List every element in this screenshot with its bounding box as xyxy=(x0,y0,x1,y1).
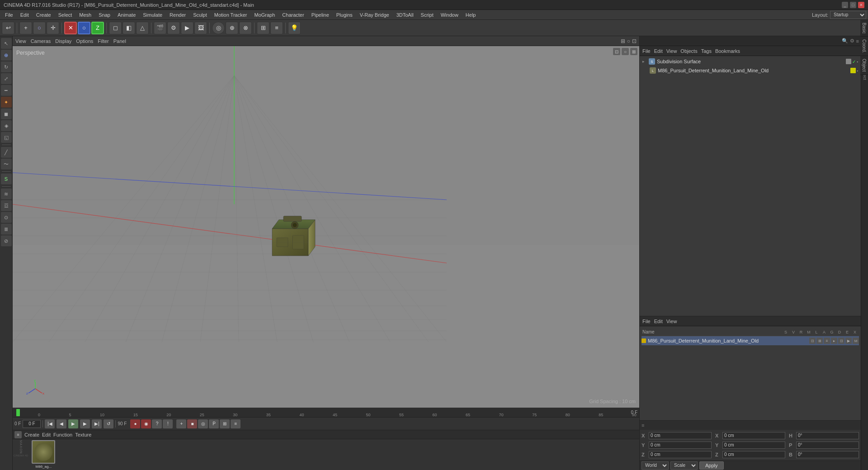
menu-file[interactable]: File xyxy=(2,11,16,19)
coord-x-input[interactable] xyxy=(649,432,712,439)
viewport-menu-view[interactable]: View xyxy=(15,38,26,44)
attr-icon-5[interactable]: ⊡ xyxy=(838,338,844,344)
menu-vray-bridge[interactable]: V-Ray Bridge xyxy=(357,11,392,19)
coord-b-input[interactable] xyxy=(796,451,859,458)
motion-button[interactable]: ! xyxy=(163,419,173,428)
menu-character[interactable]: Character xyxy=(279,11,307,19)
timeline-mode-2[interactable]: P xyxy=(209,419,219,428)
coord-z-input[interactable] xyxy=(649,451,712,458)
obj-menu-view[interactable]: View xyxy=(666,48,677,54)
coord-h-input[interactable] xyxy=(796,432,859,439)
tool-14[interactable]: ☲ xyxy=(1,200,12,211)
play-button[interactable]: ▶ xyxy=(68,419,78,428)
attr-icon-6[interactable]: ▶ xyxy=(845,338,852,344)
tool-10[interactable]: ╱ xyxy=(1,147,12,158)
new-object-button[interactable]: + xyxy=(19,22,32,34)
menu-snap[interactable]: Snap xyxy=(95,11,113,19)
mat-menu-edit[interactable]: Edit xyxy=(42,432,51,437)
tool-16[interactable]: ≣ xyxy=(1,224,12,235)
obj-menu-file[interactable]: File xyxy=(642,48,651,54)
viewport-icon-3[interactable]: ⊡ xyxy=(632,38,637,44)
menu-edit[interactable]: Edit xyxy=(17,11,32,19)
record-button[interactable]: ● xyxy=(130,419,140,428)
viewport-menu-options[interactable]: Options xyxy=(76,38,93,44)
snap-tool[interactable]: ⊕ xyxy=(226,22,238,34)
tool-13[interactable]: ≋ xyxy=(1,188,12,199)
search-icon[interactable]: 🔍 xyxy=(842,38,848,44)
tab-object[interactable]: Object xyxy=(860,56,868,75)
menu-script[interactable]: Script xyxy=(418,11,437,19)
attr-icon-7[interactable]: M xyxy=(853,338,859,344)
move-tool[interactable]: ◎ xyxy=(212,22,225,34)
tool-6[interactable]: ✦ xyxy=(1,97,12,108)
tool-select[interactable]: ↖ xyxy=(1,38,12,49)
attr-icon-2[interactable]: ⊞ xyxy=(816,338,823,344)
menu-motion-tracker[interactable]: Motion Tracker xyxy=(211,11,250,19)
tool-11[interactable]: 〜 xyxy=(1,159,12,169)
tool-rotate[interactable]: ↻ xyxy=(1,61,12,72)
texture-mode[interactable]: ◧ xyxy=(123,22,135,34)
viewport-icon-2[interactable]: ○ xyxy=(627,38,630,44)
light-tool[interactable]: 💡 xyxy=(288,22,301,34)
coord-z2-input[interactable] xyxy=(722,451,785,458)
menu-help[interactable]: Help xyxy=(462,11,479,19)
mat-menu-texture[interactable]: Texture xyxy=(75,432,91,437)
grid-tool[interactable]: ⊞ xyxy=(257,22,269,34)
undo-button[interactable]: ↩ xyxy=(2,22,14,34)
menu-animate[interactable]: Animate xyxy=(114,11,139,19)
layout-selector[interactable]: Startup xyxy=(830,11,866,19)
soft-select-tool[interactable]: ⊗ xyxy=(239,22,252,34)
viewport-menu-panel[interactable]: Panel xyxy=(113,38,126,44)
settings-icon[interactable]: ⚙ xyxy=(850,38,854,44)
key-button[interactable]: ? xyxy=(152,419,162,428)
obj-menu-edit[interactable]: Edit xyxy=(654,48,663,54)
attr-row-m86[interactable]: M86_Pursuit_Deterrent_Munition_Land_Mine… xyxy=(642,336,859,345)
timeline-tick-area[interactable]: 0 5 10 15 20 25 30 35 40 45 50 55 60 65 xyxy=(37,408,637,417)
viewport-menu-cameras[interactable]: Cameras xyxy=(31,38,51,44)
attr-menu-view[interactable]: View xyxy=(666,319,677,324)
tool-scale[interactable]: ⤢ xyxy=(1,73,12,84)
viewport-overlay-btn-3[interactable]: ⊞ xyxy=(630,48,637,55)
render-settings-button[interactable]: ⚙ xyxy=(167,22,180,34)
viewport-menu-display[interactable]: Display xyxy=(55,38,71,44)
tool-8[interactable]: ◈ xyxy=(1,120,12,131)
maximize-button[interactable]: □ xyxy=(850,2,856,8)
frame-input[interactable] xyxy=(23,420,41,428)
viewport-maximize-icon[interactable]: ⊞ xyxy=(621,38,625,44)
menu-mesh[interactable]: Mesh xyxy=(76,11,94,19)
scale-mode-dropdown[interactable]: Scale xyxy=(670,461,698,470)
menu-sculpt[interactable]: Sculpt xyxy=(190,11,210,19)
obj-menu-objects[interactable]: Objects xyxy=(680,48,697,54)
mat-menu-create[interactable]: Create xyxy=(24,432,39,437)
expand-icon[interactable]: ▸ xyxy=(642,59,647,64)
timeline-mode-1[interactable]: ◎ xyxy=(198,419,208,428)
circle-tool[interactable]: ○ xyxy=(33,22,46,34)
coord-system-dropdown[interactable]: World xyxy=(642,461,669,470)
menu-window[interactable]: Window xyxy=(438,11,462,19)
menu-plugins[interactable]: Plugins xyxy=(333,11,356,19)
material-item-0[interactable]: M86_ag... xyxy=(32,440,55,469)
tool-9[interactable]: ◱ xyxy=(1,132,12,143)
viewport[interactable]: Perspective ⊡ ○ ⊞ xyxy=(13,46,639,408)
render-picture-viewer[interactable]: 🖼 xyxy=(194,22,207,34)
obj-item-m86[interactable]: L M86_Pursuit_Deterrent_Munition_Land_Mi… xyxy=(641,66,860,75)
model-mode[interactable]: ◻ xyxy=(109,22,122,34)
coord-y-input[interactable] xyxy=(649,442,712,449)
layer-tool[interactable]: ≡ xyxy=(270,22,283,34)
attr-menu-edit[interactable]: Edit xyxy=(654,319,663,324)
tool-15[interactable]: ⊙ xyxy=(1,212,12,223)
plus-tool[interactable]: ✛ xyxy=(47,22,59,34)
tool-7[interactable]: ◼ xyxy=(1,108,12,119)
step-forward-button[interactable]: ▶ xyxy=(80,419,90,428)
apply-button[interactable]: Apply xyxy=(699,461,724,470)
tool-5[interactable]: ━ xyxy=(1,85,12,96)
close-button[interactable]: ✕ xyxy=(858,2,864,8)
timeline-mode-3[interactable]: ⊞ xyxy=(220,419,230,428)
viewport-overlay-btn-2[interactable]: ○ xyxy=(622,48,629,55)
mat-menu-function[interactable]: Function xyxy=(53,432,72,437)
attr-menu-file[interactable]: File xyxy=(642,319,651,324)
coord-y2-input[interactable] xyxy=(722,442,785,449)
panel-icon[interactable]: ≡ xyxy=(856,38,859,44)
tool-move[interactable]: ⊕ xyxy=(1,50,12,61)
workplane-mode[interactable]: △ xyxy=(136,22,149,34)
